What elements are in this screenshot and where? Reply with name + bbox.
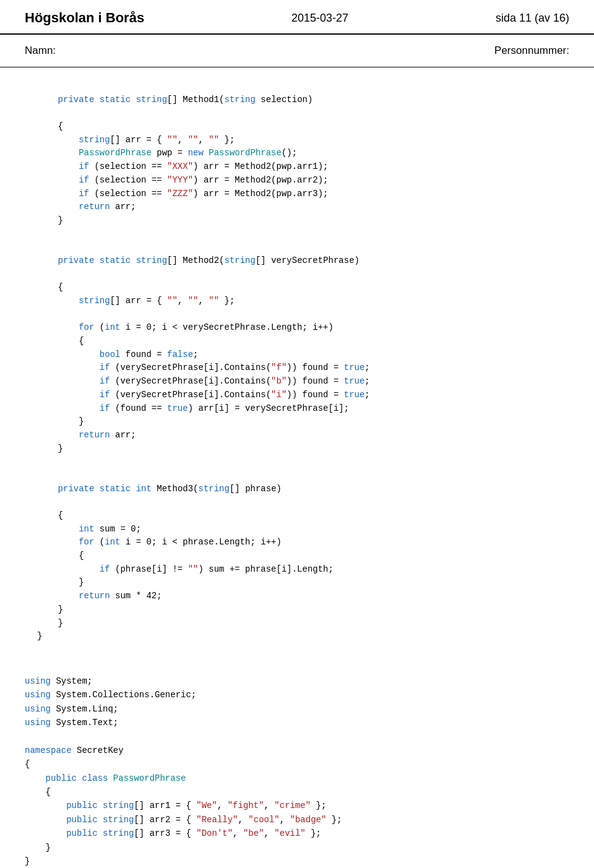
page-header: Högskolan i Borås 2015-03-27 sida 11 (av… <box>0 0 594 35</box>
code-line: PasswordPhrase pwp = new PasswordPhrase(… <box>37 147 569 160</box>
code-line: } <box>37 576 569 590</box>
code-line: } <box>37 603 569 617</box>
section-divider <box>0 650 594 668</box>
code-line: } <box>25 841 569 854</box>
code-line: if (verySecretPhrase[i].Contains("f")) f… <box>37 361 569 375</box>
code-line <box>37 308 569 322</box>
code-line: private static int Method3(string[] phra… <box>37 469 569 509</box>
code-line: public string[] arr2 = { "Really", "cool… <box>25 813 569 827</box>
code-line: } <box>25 854 569 868</box>
code-line: if (verySecretPhrase[i].Contains("b")) f… <box>37 375 569 389</box>
code-line: } <box>37 630 569 643</box>
code-line: bool found = false; <box>37 348 569 362</box>
code-line <box>37 455 569 469</box>
code-line <box>37 228 569 241</box>
code-line: private static string[] Method2(string[]… <box>37 241 569 281</box>
code-line <box>25 729 569 743</box>
code-line: return arr; <box>37 429 569 442</box>
name-label: Namn: <box>25 45 56 57</box>
school-name: Högskolan i Borås <box>25 10 144 26</box>
code-line: { <box>25 785 569 799</box>
code-line: { <box>37 335 569 348</box>
bottom-code-block: using System; using System.Collections.G… <box>0 668 594 868</box>
code-line: for (int i = 0; i < phrase.Length; i++) <box>37 536 569 549</box>
code-line: private static string[] Method1(string s… <box>37 80 569 120</box>
code-line: if (phrase[i] != "") sum += phrase[i].Le… <box>37 563 569 577</box>
code-line: string[] arr = { "", "", "" }; <box>37 294 569 308</box>
header-page: sida 11 (av 16) <box>496 12 569 25</box>
code-line: using System; <box>25 674 569 688</box>
code-line: public string[] arr1 = { "We", "fight", … <box>25 799 569 812</box>
code-line: } <box>37 442 569 456</box>
code-line: } <box>37 617 569 630</box>
code-line: string[] arr = { "", "", "" }; <box>37 134 569 147</box>
code-line: { <box>37 549 569 563</box>
person-label: Personnummer: <box>494 45 569 57</box>
code-line: public class PasswordPhrase <box>25 771 569 785</box>
code-block: private static string[] Method1(string s… <box>0 67 594 650</box>
code-line: if (found == true) arr[i] = verySecretPh… <box>37 402 569 416</box>
code-line: using System.Text; <box>25 716 569 729</box>
code-line: } <box>37 415 569 429</box>
code-line: if (selection == "XXX") arr = Method2(pw… <box>37 160 569 174</box>
code-line: return arr; <box>37 200 569 214</box>
code-line: using System.Linq; <box>25 702 569 716</box>
code-line: { <box>37 281 569 294</box>
code-line: { <box>37 120 569 134</box>
code-line: if (selection == "YYY") arr = Method2(pw… <box>37 174 569 187</box>
code-line: { <box>25 757 569 771</box>
code-line: { <box>37 509 569 523</box>
code-line: for (int i = 0; i < verySecretPhrase.Len… <box>37 321 569 335</box>
code-line: if (verySecretPhrase[i].Contains("i")) f… <box>37 389 569 402</box>
name-row: Namn: Personnummer: <box>0 35 594 67</box>
code-line: return sum * 42; <box>37 590 569 603</box>
code-line: int sum = 0; <box>37 523 569 536</box>
code-line: public string[] arr3 = { "Don't", "be", … <box>25 827 569 840</box>
header-date: 2015-03-27 <box>291 12 348 25</box>
code-line: if (selection == "ZZZ") arr = Method2(pw… <box>37 187 569 201</box>
code-line: } <box>37 214 569 228</box>
code-line: using System.Collections.Generic; <box>25 688 569 702</box>
code-line: namespace SecretKey <box>25 744 569 757</box>
